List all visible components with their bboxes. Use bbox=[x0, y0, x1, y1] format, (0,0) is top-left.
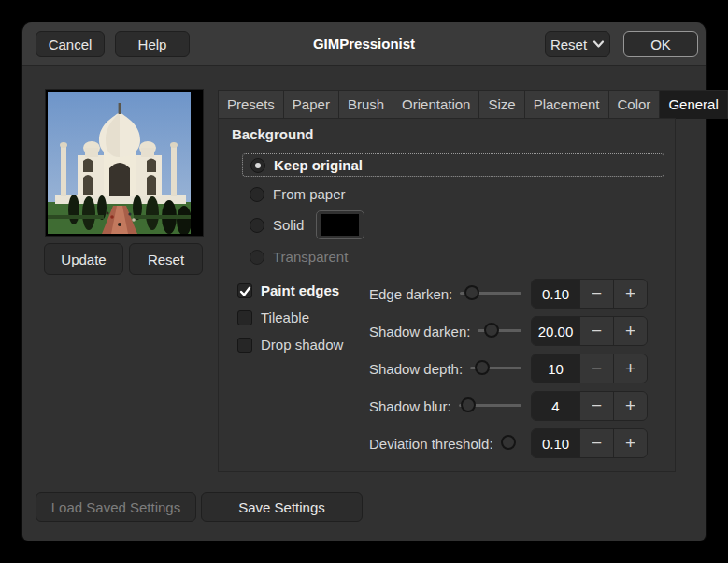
shadow-blur-value[interactable]: 4 bbox=[532, 392, 579, 420]
deviation-threshold-label: Deviation threshold: bbox=[369, 436, 493, 452]
minus-icon[interactable]: − bbox=[579, 429, 613, 457]
settings-notebook: Presets Paper Brush Orientation Size Pla… bbox=[218, 90, 676, 472]
checkbox-tileable-label: Tileable bbox=[261, 310, 309, 325]
radio-button-icon[interactable] bbox=[250, 158, 265, 173]
preview-image-taj-mahal bbox=[45, 89, 204, 237]
slider-knob[interactable] bbox=[475, 360, 490, 375]
checkbox-paint-edges[interactable]: Paint edges bbox=[237, 282, 339, 298]
checkbox-tileable[interactable]: Tileable bbox=[237, 310, 309, 325]
chevron-down-icon bbox=[592, 39, 605, 49]
ok-button[interactable]: OK bbox=[623, 31, 698, 57]
slider-knob[interactable] bbox=[501, 435, 516, 450]
checkbox-drop-shadow-label: Drop shadow bbox=[261, 337, 343, 353]
reset-preview-button[interactable]: Reset bbox=[129, 243, 203, 275]
cancel-button[interactable]: Cancel bbox=[36, 31, 105, 57]
shadow-darken-row: Shadow darken: 20.00 − + bbox=[369, 316, 648, 346]
background-section-title: Background bbox=[232, 126, 314, 142]
deviation-threshold-spinbox: 0.10 − + bbox=[531, 428, 648, 458]
shadow-darken-value[interactable]: 20.00 bbox=[532, 317, 579, 345]
help-button[interactable]: Help bbox=[115, 31, 190, 57]
header-bar: Cancel Help GIMPressionist Reset OK bbox=[22, 22, 706, 66]
minus-icon[interactable]: − bbox=[579, 280, 613, 308]
edge-darken-slider[interactable] bbox=[460, 285, 521, 302]
checkbox-paint-edges-label: Paint edges bbox=[261, 282, 339, 298]
slider-knob[interactable] bbox=[464, 285, 479, 300]
plus-icon[interactable]: + bbox=[613, 280, 647, 308]
save-settings-button[interactable]: Save Settings bbox=[201, 492, 363, 522]
shadow-depth-value[interactable]: 10 bbox=[532, 354, 579, 383]
check-icon bbox=[239, 285, 251, 297]
plus-icon[interactable]: + bbox=[613, 392, 647, 420]
shadow-depth-row: Shadow depth: 10 − + bbox=[369, 354, 648, 383]
deviation-threshold-slider[interactable] bbox=[501, 435, 521, 452]
shadow-blur-label: Shadow blur: bbox=[369, 398, 451, 414]
radio-solid[interactable]: Solid bbox=[250, 210, 364, 239]
radio-transparent-label: Transparent bbox=[273, 249, 348, 265]
edge-darken-row: Edge darken: 0.10 − + bbox=[369, 279, 648, 309]
solid-color-picker-button[interactable] bbox=[316, 210, 364, 239]
radio-from-paper[interactable]: From paper bbox=[250, 186, 346, 202]
edge-darken-value[interactable]: 0.10 bbox=[532, 280, 579, 308]
tab-size[interactable]: Size bbox=[478, 90, 524, 119]
shadow-depth-label: Shadow depth: bbox=[369, 361, 463, 377]
update-preview-button[interactable]: Update bbox=[44, 243, 123, 275]
minus-icon[interactable]: − bbox=[579, 354, 613, 383]
tab-placement[interactable]: Placement bbox=[524, 90, 609, 119]
minus-icon[interactable]: − bbox=[579, 392, 613, 420]
gimpressionist-dialog: Cancel Help GIMPressionist Reset OK bbox=[22, 22, 706, 541]
load-saved-settings-button: Load Saved Settings bbox=[36, 492, 196, 522]
radio-button-icon[interactable] bbox=[250, 218, 264, 233]
deviation-threshold-row: Deviation threshold: 0.10 − + bbox=[369, 428, 648, 458]
edge-darken-spinbox: 0.10 − + bbox=[531, 279, 648, 309]
tab-presets[interactable]: Presets bbox=[218, 90, 284, 119]
radio-button-icon bbox=[250, 250, 264, 265]
checkbox-icon[interactable] bbox=[237, 338, 252, 353]
radio-keep-original[interactable]: Keep original bbox=[242, 153, 664, 177]
shadow-darken-label: Shadow darken: bbox=[369, 324, 470, 339]
radio-transparent: Transparent bbox=[250, 249, 348, 265]
dialog-title: GIMPressionist bbox=[313, 22, 415, 65]
slider-knob[interactable] bbox=[484, 323, 499, 338]
tab-general[interactable]: General bbox=[659, 90, 727, 119]
deviation-threshold-value[interactable]: 0.10 bbox=[532, 429, 579, 457]
checkbox-icon[interactable] bbox=[237, 283, 252, 298]
shadow-blur-row: Shadow blur: 4 − + bbox=[369, 391, 648, 421]
screen: { "window": { "title": "GIMPressionist" … bbox=[0, 0, 728, 563]
shadow-depth-spinbox: 10 − + bbox=[531, 354, 648, 383]
tab-brush[interactable]: Brush bbox=[338, 90, 393, 119]
radio-solid-label: Solid bbox=[273, 217, 304, 233]
plus-icon[interactable]: + bbox=[613, 354, 647, 383]
plus-icon[interactable]: + bbox=[613, 429, 647, 457]
slider-knob[interactable] bbox=[461, 397, 476, 412]
minus-icon[interactable]: − bbox=[579, 317, 613, 345]
color-swatch bbox=[321, 214, 359, 236]
shadow-darken-spinbox: 20.00 − + bbox=[531, 316, 648, 346]
general-tab-panel: Background Keep original From paper Soli… bbox=[218, 118, 676, 472]
shadow-darken-slider[interactable] bbox=[478, 323, 521, 339]
radio-button-icon[interactable] bbox=[250, 187, 264, 202]
tab-orientation[interactable]: Orientation bbox=[393, 90, 479, 119]
reset-dropdown-label: Reset bbox=[550, 36, 587, 52]
radio-from-paper-label: From paper bbox=[273, 186, 346, 202]
tab-color[interactable]: Color bbox=[608, 90, 661, 119]
plus-icon[interactable]: + bbox=[613, 317, 647, 345]
edge-darken-label: Edge darken: bbox=[369, 286, 452, 302]
shadow-blur-slider[interactable] bbox=[459, 397, 521, 414]
checkbox-icon[interactable] bbox=[237, 310, 252, 325]
reset-dropdown-button[interactable]: Reset bbox=[545, 31, 610, 57]
tab-paper[interactable]: Paper bbox=[283, 90, 339, 119]
tab-bar: Presets Paper Brush Orientation Size Pla… bbox=[218, 90, 676, 119]
taj-mahal-illustration bbox=[48, 92, 191, 234]
shadow-blur-spinbox: 4 − + bbox=[531, 391, 648, 421]
radio-keep-original-label: Keep original bbox=[274, 157, 363, 173]
checkbox-drop-shadow[interactable]: Drop shadow bbox=[237, 337, 343, 353]
shadow-depth-slider[interactable] bbox=[470, 360, 521, 377]
